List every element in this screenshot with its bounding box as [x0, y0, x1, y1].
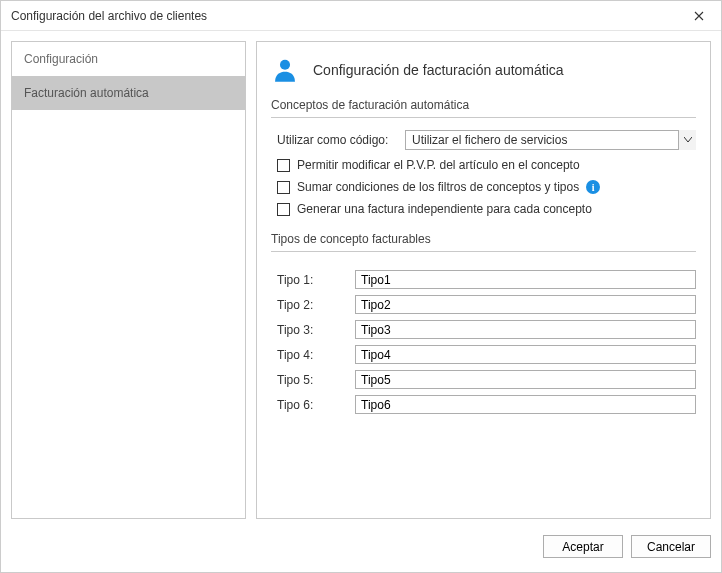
type-3-label: Tipo 3:: [277, 323, 347, 337]
use-as-code-value: Utilizar el fichero de servicios: [405, 130, 696, 150]
type-row-3: Tipo 3:: [271, 320, 696, 339]
content: Configuración Facturación automática Con…: [1, 31, 721, 529]
group-conceptos-title: Conceptos de facturación automática: [271, 98, 696, 118]
sidebar: Configuración Facturación automática: [11, 41, 246, 519]
sidebar-item-facturacion-automatica[interactable]: Facturación automática: [12, 76, 245, 110]
chk-sum-conditions-label[interactable]: Sumar condiciones de los filtros de conc…: [297, 180, 579, 194]
user-icon: [271, 56, 299, 84]
chk-sum-conditions[interactable]: [277, 181, 290, 194]
window-title: Configuración del archivo de clientes: [11, 9, 207, 23]
type-1-input[interactable]: [355, 270, 696, 289]
main-panel: Configuración de facturación automática …: [256, 41, 711, 519]
close-icon: [694, 11, 704, 21]
type-4-label: Tipo 4:: [277, 348, 347, 362]
heading-title: Configuración de facturación automática: [313, 62, 564, 78]
heading: Configuración de facturación automática: [271, 56, 696, 84]
type-1-label: Tipo 1:: [277, 273, 347, 287]
type-row-4: Tipo 4:: [271, 345, 696, 364]
info-icon[interactable]: i: [586, 180, 600, 194]
types-group: Tipo 1: Tipo 2: Tipo 3: Tipo 4: Tipo 5: …: [271, 270, 696, 420]
chk-independent-invoice-label[interactable]: Generar una factura independiente para c…: [297, 202, 592, 216]
row-chk-modify-pvp: Permitir modificar el P.V.P. del artícul…: [271, 158, 696, 172]
sidebar-item-configuracion[interactable]: Configuración: [12, 42, 245, 76]
use-as-code-label: Utilizar como código:: [277, 133, 397, 147]
type-3-input[interactable]: [355, 320, 696, 339]
type-2-label: Tipo 2:: [277, 298, 347, 312]
chk-modify-pvp-label[interactable]: Permitir modificar el P.V.P. del artícul…: [297, 158, 580, 172]
type-row-1: Tipo 1:: [271, 270, 696, 289]
close-button[interactable]: [676, 1, 721, 30]
type-5-label: Tipo 5:: [277, 373, 347, 387]
type-2-input[interactable]: [355, 295, 696, 314]
cancel-button[interactable]: Cancelar: [631, 535, 711, 558]
accept-button[interactable]: Aceptar: [543, 535, 623, 558]
type-row-5: Tipo 5:: [271, 370, 696, 389]
svg-point-0: [280, 60, 290, 70]
chk-modify-pvp[interactable]: [277, 159, 290, 172]
row-use-as-code: Utilizar como código: Utilizar el ficher…: [271, 130, 696, 150]
use-as-code-select[interactable]: Utilizar el fichero de servicios: [405, 130, 696, 150]
type-6-input[interactable]: [355, 395, 696, 414]
chevron-down-icon: [678, 130, 696, 150]
footer: Aceptar Cancelar: [1, 529, 721, 566]
type-row-6: Tipo 6:: [271, 395, 696, 414]
type-4-input[interactable]: [355, 345, 696, 364]
chk-independent-invoice[interactable]: [277, 203, 290, 216]
type-row-2: Tipo 2:: [271, 295, 696, 314]
type-5-input[interactable]: [355, 370, 696, 389]
titlebar: Configuración del archivo de clientes: [1, 1, 721, 31]
group-tipos-title: Tipos de concepto facturables: [271, 232, 696, 252]
type-6-label: Tipo 6:: [277, 398, 347, 412]
row-chk-independent-invoice: Generar una factura independiente para c…: [271, 202, 696, 216]
row-chk-sum-conditions: Sumar condiciones de los filtros de conc…: [271, 180, 696, 194]
